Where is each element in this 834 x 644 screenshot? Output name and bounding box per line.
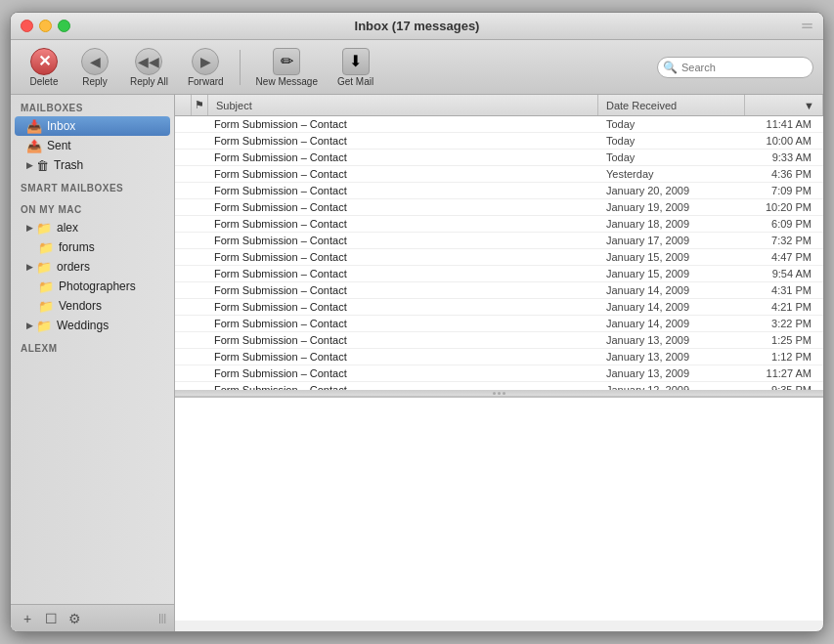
email-date: Today xyxy=(598,118,745,130)
forums-icon: 📁 xyxy=(38,240,54,255)
email-time: 1:12 PM xyxy=(745,351,823,363)
get-mail-label: Get Mail xyxy=(337,76,373,87)
email-date: January 20, 2009 xyxy=(598,185,745,196)
email-time: 7:09 PM xyxy=(745,185,823,196)
orders-label: orders xyxy=(57,260,90,274)
email-subject: Form Submission – Contact xyxy=(206,185,598,196)
col-time-header[interactable]: ▼ xyxy=(745,95,823,115)
email-subject: Form Submission – Contact xyxy=(206,218,598,230)
svg-rect-1 xyxy=(802,27,812,29)
reply-all-button[interactable]: ◀◀ Reply All xyxy=(122,44,176,91)
close-button[interactable] xyxy=(21,20,33,32)
col-flag-header[interactable]: ⚑ xyxy=(192,95,208,115)
search-input[interactable] xyxy=(657,57,813,78)
forward-label: Forward xyxy=(188,76,224,87)
email-date: January 14, 2009 xyxy=(598,284,745,296)
weddings-icon: 📁 xyxy=(36,319,52,333)
email-row[interactable]: Form Submission – Contact January 14, 20… xyxy=(175,299,823,316)
email-time: 4:21 PM xyxy=(745,301,823,313)
trash-icon: 🗑 xyxy=(36,158,49,173)
photographers-icon: 📁 xyxy=(38,279,54,294)
email-row[interactable]: Form Submission – Contact Today 9:33 AM xyxy=(175,150,823,166)
email-subject: Form Submission – Contact xyxy=(206,201,598,213)
weddings-label: Weddings xyxy=(57,319,109,332)
sent-icon: 📤 xyxy=(26,139,42,153)
email-row[interactable]: Form Submission – Contact January 15, 20… xyxy=(175,249,823,266)
photographers-label: Photographers xyxy=(59,279,136,293)
mailbox-view-button[interactable]: ☐ xyxy=(42,610,60,627)
email-subject: Form Submission – Contact xyxy=(206,151,598,163)
email-date: January 13, 2009 xyxy=(598,334,745,346)
subject-header-label: Subject xyxy=(216,100,252,111)
email-row[interactable]: Form Submission – Contact January 13, 20… xyxy=(175,332,823,349)
delete-button[interactable]: ✕ Delete xyxy=(21,44,67,91)
email-row[interactable]: Form Submission – Contact January 13, 20… xyxy=(175,349,823,365)
time-header-sort: ▼ xyxy=(804,100,814,111)
email-row[interactable]: Form Submission – Contact January 12, 20… xyxy=(175,382,823,390)
email-time: 11:27 AM xyxy=(745,367,823,379)
sidebar-item-trash[interactable]: ▶ 🗑 Trash xyxy=(11,155,174,175)
reply-all-label: Reply All xyxy=(130,76,168,87)
email-time: 11:41 AM xyxy=(745,118,823,130)
new-message-button[interactable]: ✏ New Message xyxy=(248,44,326,91)
email-subject: Form Submission – Contact xyxy=(206,367,598,379)
email-time: 9:54 AM xyxy=(745,268,823,279)
col-subject-header[interactable]: Subject xyxy=(208,95,598,115)
sidebar-item-alex[interactable]: ▶ 📁 alex xyxy=(11,218,174,237)
email-row[interactable]: Form Submission – Contact January 14, 20… xyxy=(175,282,823,299)
date-header-label: Date Received xyxy=(606,100,677,111)
sent-label: Sent xyxy=(47,139,71,152)
main-content: MAILBOXES 📥 Inbox 📤 Sent ▶ 🗑 Trash SMART… xyxy=(11,95,823,631)
email-row[interactable]: Form Submission – Contact January 20, 20… xyxy=(175,183,823,199)
orders-arrow: ▶ xyxy=(26,262,33,272)
email-time: 4:36 PM xyxy=(745,168,823,180)
email-row[interactable]: Form Submission – Contact Today 10:00 AM xyxy=(175,133,823,150)
sidebar-item-inbox[interactable]: 📥 Inbox xyxy=(15,116,170,136)
email-row[interactable]: Form Submission – Contact January 13, 20… xyxy=(175,365,823,382)
email-row[interactable]: Form Submission – Contact Today 11:41 AM xyxy=(175,116,823,133)
forward-icon: ▶ xyxy=(192,48,219,75)
email-row[interactable]: Form Submission – Contact January 14, 20… xyxy=(175,316,823,332)
minimize-button[interactable] xyxy=(39,20,52,32)
email-row[interactable]: Form Submission – Contact January 17, 20… xyxy=(175,233,823,249)
email-date: January 19, 2009 xyxy=(598,201,745,213)
email-row[interactable]: Form Submission – Contact January 15, 20… xyxy=(175,266,823,282)
weddings-arrow: ▶ xyxy=(26,321,33,330)
col-dot-header[interactable] xyxy=(175,95,192,115)
sidebar-item-weddings[interactable]: ▶ 📁 Weddings xyxy=(11,316,174,335)
maximize-button[interactable] xyxy=(58,20,70,32)
get-mail-icon: ⬇ xyxy=(342,48,370,75)
reply-button[interactable]: ◀ Reply xyxy=(71,44,118,91)
sidebar-item-vendors[interactable]: 📁 Vendors xyxy=(11,296,174,316)
vendors-icon: 📁 xyxy=(38,299,54,314)
email-subject: Form Submission – Contact xyxy=(206,251,598,263)
email-time: 4:47 PM xyxy=(745,251,823,263)
alexm-header: ALEXM xyxy=(11,335,174,357)
sidebar-item-photographers[interactable]: 📁 Photographers xyxy=(11,277,174,296)
email-row[interactable]: Form Submission – Contact January 19, 20… xyxy=(175,199,823,216)
email-row[interactable]: Form Submission – Contact January 18, 20… xyxy=(175,216,823,233)
email-subject: Form Submission – Contact xyxy=(206,301,598,313)
toolbar-separator xyxy=(240,50,241,85)
reply-label: Reply xyxy=(82,76,108,87)
email-time: 10:00 AM xyxy=(745,135,823,147)
get-mail-button[interactable]: ⬇ Get Mail xyxy=(329,44,381,91)
sidebar-resize-handle[interactable]: ||| xyxy=(158,613,166,623)
delete-label: Delete xyxy=(30,76,59,87)
settings-button[interactable]: ⚙ xyxy=(66,610,83,627)
email-time: 9:33 AM xyxy=(745,151,823,163)
sidebar-item-orders[interactable]: ▶ 📁 orders xyxy=(11,257,174,277)
add-mailbox-button[interactable]: + xyxy=(19,610,36,627)
email-time: 4:31 PM xyxy=(745,284,823,296)
forward-button[interactable]: ▶ Forward xyxy=(180,44,232,91)
resize-icon[interactable] xyxy=(801,20,813,32)
col-date-header[interactable]: Date Received xyxy=(598,95,745,115)
reply-icon: ◀ xyxy=(81,48,109,75)
sidebar-item-sent[interactable]: 📤 Sent xyxy=(11,136,174,155)
reply-all-icon: ◀◀ xyxy=(135,48,162,75)
email-date: January 15, 2009 xyxy=(598,268,745,279)
email-row[interactable]: Form Submission – Contact Yesterday 4:36… xyxy=(175,166,823,183)
sidebar-item-forums[interactable]: 📁 forums xyxy=(11,237,174,257)
new-message-label: New Message xyxy=(256,76,318,87)
toolbar: ✕ Delete ◀ Reply ◀◀ Reply All ▶ Forward xyxy=(11,40,823,95)
